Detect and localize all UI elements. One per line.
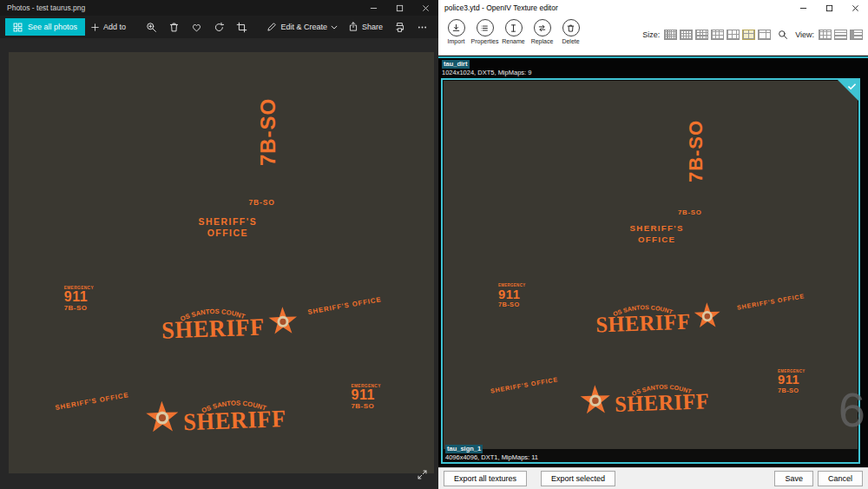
photos-titlebar: Photos - test taurus.png	[0, 0, 438, 16]
openiv-titlebar: police3.ytd - OpenIV Texture editor	[438, 0, 868, 16]
size-option-3-icon[interactable]	[695, 30, 708, 40]
minimize-button[interactable]	[360, 0, 386, 16]
sheriff-word: SHERIFF	[615, 389, 710, 418]
sheriffs-office-rotated-left: SHERIFF'S OFFICE	[54, 391, 128, 412]
printer-icon	[394, 22, 405, 33]
properties-icon	[477, 19, 494, 36]
size-option-2-icon[interactable]	[680, 30, 693, 40]
maximize-button[interactable]	[816, 0, 842, 16]
print-button[interactable]	[388, 17, 411, 36]
share-button[interactable]: Share	[343, 17, 388, 36]
sheriffs-office-line2: OFFICE	[630, 235, 684, 246]
zoom-button[interactable]	[140, 17, 162, 36]
import-button[interactable]: Import	[442, 18, 470, 44]
photos-window: Photos - test taurus.png See all photos …	[0, 0, 438, 489]
magnifier-plus-icon	[146, 22, 157, 33]
unit-code-text: 7B-SO	[64, 304, 94, 311]
unit-code-vertical-text: 7B-SO	[685, 120, 707, 182]
emergency-911-block-right: EMERGENCY 911 7B-SO	[778, 370, 806, 394]
more-button[interactable]	[411, 17, 433, 36]
texture-entry-tau-dirt[interactable]: tau_dirt 1024x1024, DXT5, MipMaps: 9	[438, 58, 868, 76]
size-option-1-icon[interactable]	[664, 30, 677, 40]
sheriff-star-icon	[693, 301, 722, 331]
size-label: Size:	[642, 30, 660, 39]
texture-list-panel: tau_dirt 1024x1024, DXT5, MipMaps: 9 7B-…	[438, 56, 868, 467]
maximize-button[interactable]	[386, 0, 412, 16]
crop-button[interactable]	[230, 17, 253, 36]
photos-toolbar: See all photos Add to	[0, 16, 438, 38]
close-button[interactable]	[842, 0, 868, 16]
fullscreen-button[interactable]	[414, 466, 430, 482]
rename-icon	[505, 19, 523, 36]
livery-texture-openiv: 7B-SO 7B-SO SHERIFF'S OFFICE EMERGENCY 9…	[444, 81, 858, 449]
view-thumbnails-icon[interactable]	[819, 30, 832, 40]
properties-button[interactable]: Properties	[470, 18, 499, 44]
view-details-icon[interactable]	[850, 30, 863, 40]
search-button[interactable]	[775, 28, 791, 42]
delete-button[interactable]	[162, 17, 185, 36]
rename-button[interactable]: Rename	[499, 18, 528, 44]
sheriff-word: SHERIFF	[595, 309, 691, 338]
texture-entry-tau-sign-1: tau_sign_1 4096x4096, DXT1, MipMaps: 11	[445, 445, 538, 461]
sheriff-star-icon	[143, 400, 180, 436]
unit-code-vertical-text: 7B-SO	[256, 98, 280, 166]
sheriff-badge-logo-bottom: LOS SANTOS COUNTY SHERIFF	[579, 380, 710, 418]
sheriff-star-icon	[266, 306, 299, 338]
911-number-text: 911	[64, 290, 94, 305]
openiv-window-title: police3.ytd - OpenIV Texture editor	[444, 3, 558, 12]
trash-icon	[168, 22, 180, 33]
favorite-button[interactable]	[185, 17, 207, 36]
plus-icon	[90, 23, 100, 32]
911-number-text: 911	[498, 288, 526, 301]
delete-button[interactable]: Delete	[556, 18, 585, 44]
minimize-button[interactable]	[790, 0, 816, 16]
openiv-window: police3.ytd - OpenIV Texture editor Impo…	[438, 0, 868, 489]
photos-window-title: Photos - test taurus.png	[7, 3, 85, 12]
expand-icon	[417, 469, 428, 480]
unit-code-small-text: 7B-SO	[248, 198, 274, 207]
cancel-button[interactable]: Cancel	[818, 471, 863, 486]
save-button[interactable]: Save	[774, 471, 813, 486]
sheriffs-office-rotated-right: SHERIFF'S OFFICE	[307, 295, 382, 316]
add-to-button[interactable]: Add to	[85, 17, 131, 36]
sheriff-badge-logo-main: LOS SANTOS COUNTY SHERIFF	[595, 299, 723, 337]
view-label: View:	[795, 30, 814, 39]
size-option-6-icon-selected[interactable]	[742, 30, 755, 40]
photos-window-controls	[360, 0, 438, 16]
rotate-button[interactable]	[207, 17, 230, 36]
emergency-911-block-left: EMERGENCY 911 7B-SO	[498, 284, 526, 308]
openiv-window-controls	[790, 0, 868, 16]
see-all-photos-button[interactable]: See all photos	[5, 18, 85, 36]
sheriffs-office-stacked-text: SHERIFF'S OFFICE	[199, 216, 258, 240]
texture-tile-tau-sign-1-selected[interactable]: 7B-SO 7B-SO SHERIFF'S OFFICE EMERGENCY 9…	[441, 78, 860, 464]
unit-code-text: 7B-SO	[351, 402, 380, 409]
heart-icon	[191, 22, 202, 33]
view-list-icon[interactable]	[834, 30, 847, 40]
trash-icon	[562, 19, 580, 36]
size-option-5-icon[interactable]	[727, 30, 740, 40]
checkmark-icon	[847, 83, 857, 90]
sheriffs-office-stacked-text: SHERIFF'S OFFICE	[630, 224, 684, 246]
livery-texture-photos: 7B-SO 7B-SO SHERIFF'S OFFICE EMERGENCY 9…	[9, 52, 434, 473]
size-option-4-icon[interactable]	[711, 30, 724, 40]
texture-info: 1024x1024, DXT5, MipMaps: 9	[442, 69, 531, 76]
export-selected-button[interactable]: Export selected	[541, 471, 615, 486]
size-option-7-icon[interactable]	[758, 30, 771, 40]
replace-button[interactable]: Replace	[528, 18, 556, 44]
export-all-textures-button[interactable]: Export all textures	[444, 471, 527, 486]
desktop: Photos - test taurus.png See all photos …	[0, 0, 868, 489]
sheriffs-office-rotated-left: SHERIFF'S OFFICE	[490, 376, 558, 395]
texture-name: tau_dirt	[442, 60, 470, 69]
close-button[interactable]	[412, 0, 438, 16]
sheriffs-office-rotated-right: SHERIFF'S OFFICE	[736, 293, 805, 312]
rotate-icon	[214, 22, 225, 33]
emergency-911-block-left: EMERGENCY 911 7B-SO	[64, 286, 94, 312]
sheriff-badge-logo-bottom: LOS SANTOS COUNTY SHERIFF	[143, 395, 286, 438]
unit-code-text: 7B-SO	[778, 387, 806, 394]
pen-icon	[266, 22, 277, 32]
size-view-controls: Size: View:	[642, 18, 865, 51]
openiv-bottom-bar: Export all textures Export selected Save…	[438, 467, 868, 489]
edit-create-button[interactable]: Edit & Create	[261, 17, 343, 36]
search-icon	[778, 30, 788, 40]
photo-canvas[interactable]: 7B-SO 7B-SO SHERIFF'S OFFICE EMERGENCY 9…	[9, 52, 434, 473]
